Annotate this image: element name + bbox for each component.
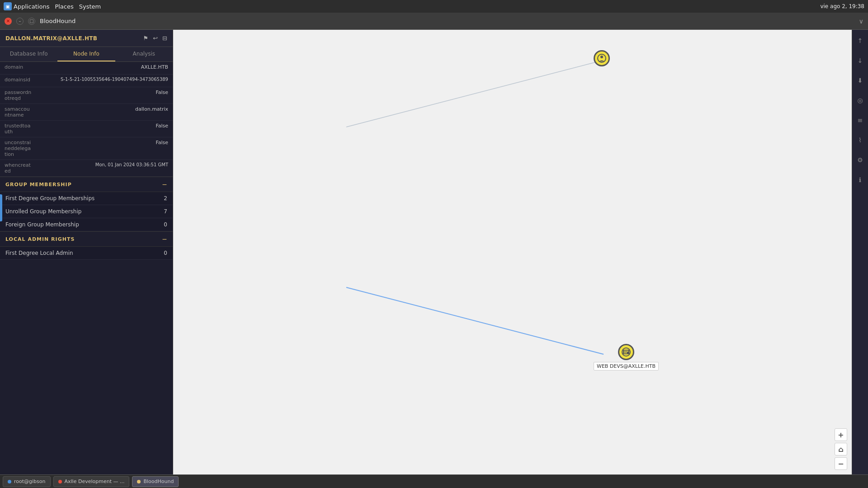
- svg-rect-7: [624, 352, 627, 353]
- system-icons: vie ago 2, 19:38: [820, 3, 864, 9]
- node-label-2: WEB DEVS@AXLLE.HTB: [594, 362, 659, 371]
- window-chrome: ✕ – □ BloodHound ∨: [0, 13, 868, 30]
- main-layout: DALLON.MATRIX@AXLLE.HTB ⚑ ↩ ⊟ Database I…: [0, 30, 868, 474]
- chart-icon[interactable]: ⌇: [854, 134, 867, 146]
- local-admin-rights-title: LOCAL ADMIN RIGHTS: [5, 236, 75, 242]
- panel-content: domain AXLLE.HTB domainsid S-1-5-21-1005…: [0, 62, 173, 474]
- panel-header: DALLON.MATRIX@AXLLE.HTB ⚑ ↩ ⊟: [0, 30, 173, 47]
- top-system-bar: ▣ Applications Places System vie ago 2, …: [0, 0, 868, 13]
- local-admin-rights-items: First Degree Local Admin 0: [0, 247, 173, 260]
- taskbar-item-terminal[interactable]: root@gibson: [3, 476, 51, 487]
- prop-trustedtoauth: trustedtoauth False: [0, 121, 173, 137]
- list-item[interactable]: First Degree Group Memberships 2: [0, 192, 173, 205]
- blue-indicator: [0, 194, 2, 221]
- left-panel: DALLON.MATRIX@AXLLE.HTB ⚑ ↩ ⊟ Database I…: [0, 30, 173, 474]
- svg-rect-6: [624, 351, 628, 352]
- taskbar-label-bloodhound: BloodHound: [143, 479, 174, 484]
- applications-menu[interactable]: Applications: [14, 3, 49, 10]
- local-admin-rights-toggle[interactable]: −: [162, 235, 167, 243]
- export-icon[interactable]: ↑: [854, 34, 867, 47]
- filter-icon[interactable]: ⊟: [162, 35, 167, 42]
- node-circle-2[interactable]: [618, 344, 634, 360]
- prop-unconstraineddelegation: unconstraineddelegation False: [0, 137, 173, 160]
- group-membership-toggle[interactable]: −: [162, 181, 167, 188]
- app-menu[interactable]: ▣ Applications: [4, 2, 49, 10]
- prop-domain: domain AXLLE.HTB: [0, 62, 173, 75]
- window-chevron[interactable]: ∨: [859, 18, 863, 25]
- app-icon: ▣: [4, 2, 12, 10]
- svg-rect-5: [623, 350, 629, 354]
- close-button[interactable]: ✕: [5, 18, 12, 25]
- prop-whencreated: whencreated Mon, 01 Jan 2024 03:36:51 GM…: [0, 160, 173, 177]
- download-icon[interactable]: ⬇: [854, 74, 867, 87]
- import-icon[interactable]: ↓: [854, 54, 867, 67]
- prop-domainsid: domainsid S-1-5-21-1005535646-190407494-…: [0, 75, 173, 87]
- list-item[interactable]: First Degree Local Admin 0: [0, 247, 173, 260]
- zoom-home-button[interactable]: ⌂: [835, 443, 847, 455]
- bookmark-icon[interactable]: ↩: [153, 35, 158, 42]
- datetime: vie ago 2, 19:38: [820, 3, 864, 9]
- svg-line-1: [346, 287, 604, 354]
- panel-node-title: DALLON.MATRIX@AXLLE.HTB: [5, 35, 97, 42]
- graph-node-2[interactable]: WEB DEVS@AXLLE.HTB: [594, 344, 659, 371]
- system-menu[interactable]: System: [79, 3, 101, 10]
- window-title: BloodHound: [40, 18, 75, 24]
- zoom-controls: + ⌂ −: [835, 428, 847, 470]
- taskbar-label-terminal: root@gibson: [14, 479, 46, 484]
- taskbar-dot-bloodhound: [137, 480, 141, 483]
- prop-samaccountname: samaccountname dallon.matrix: [0, 104, 173, 121]
- svg-line-0: [346, 59, 607, 127]
- tab-database-info[interactable]: Database Info: [0, 47, 57, 61]
- tab-analysis[interactable]: Analysis: [115, 47, 173, 61]
- group-membership-items: First Degree Group Memberships 2 Unrolle…: [0, 192, 173, 231]
- taskbar-label-axlle: Axlle Development — ...: [65, 479, 125, 484]
- zoom-in-button[interactable]: +: [835, 428, 847, 441]
- flag-icon[interactable]: ⚑: [143, 35, 149, 42]
- properties-section: domain AXLLE.HTB domainsid S-1-5-21-1005…: [0, 62, 173, 177]
- taskbar-item-axlle[interactable]: Axlle Development — ...: [53, 476, 130, 487]
- group-membership-title: GROUP MEMBERSHIP: [5, 182, 72, 188]
- list-item[interactable]: Unrolled Group Membership 7: [0, 205, 173, 218]
- taskbar-item-bloodhound[interactable]: BloodHound: [132, 476, 179, 487]
- taskbar: root@gibson Axlle Development — ... Bloo…: [0, 474, 868, 488]
- zoom-out-button[interactable]: −: [835, 457, 847, 470]
- taskbar-dot-terminal: [8, 480, 11, 483]
- minimize-button[interactable]: –: [16, 18, 24, 25]
- tab-node-info[interactable]: Node Info: [57, 47, 115, 61]
- node-circle-1[interactable]: [594, 50, 610, 66]
- right-sidebar: ↑ ↓ ⬇ ◎ ≡ ⌇ ⚙ ℹ: [852, 30, 868, 474]
- graph-svg: [173, 30, 852, 474]
- places-menu[interactable]: Places: [55, 3, 73, 10]
- panel-header-icons: ⚑ ↩ ⊟: [143, 35, 167, 42]
- graph-node-1[interactable]: [594, 50, 610, 66]
- search-icon[interactable]: ◎: [854, 94, 867, 107]
- tab-bar: Database Info Node Info Analysis: [0, 47, 173, 62]
- maximize-button[interactable]: □: [28, 18, 35, 25]
- list-item[interactable]: Foreign Group Membership 0: [0, 218, 173, 231]
- list-icon[interactable]: ≡: [854, 114, 867, 127]
- group-membership-header[interactable]: GROUP MEMBERSHIP −: [0, 177, 173, 192]
- local-admin-rights-header[interactable]: LOCAL ADMIN RIGHTS −: [0, 231, 173, 247]
- taskbar-dot-axlle: [58, 480, 62, 483]
- settings-icon[interactable]: ⚙: [854, 154, 867, 166]
- svg-point-3: [600, 56, 603, 58]
- info-icon[interactable]: ℹ: [854, 174, 867, 186]
- prop-passwordnreqd: passwordnotreqd False: [0, 87, 173, 104]
- graph-area[interactable]: WEB DEVS@AXLLE.HTB + ⌂ −: [173, 30, 852, 474]
